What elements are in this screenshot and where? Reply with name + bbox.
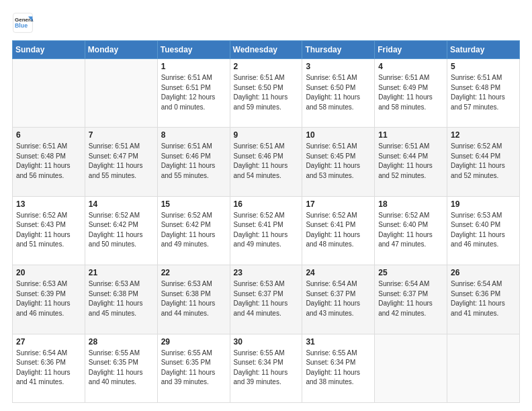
calendar-table: SundayMondayTuesdayWednesdayThursdayFrid… — [12, 40, 520, 403]
calendar-cell: 24Sunrise: 6:54 AMSunset: 6:37 PMDayligh… — [302, 265, 375, 334]
calendar-cell: 5Sunrise: 6:51 AMSunset: 6:48 PMDaylight… — [447, 59, 520, 128]
day-info: Sunrise: 6:51 AMSunset: 6:47 PMDaylight:… — [89, 142, 154, 181]
day-number: 14 — [89, 199, 154, 209]
logo: General Blue — [12, 12, 34, 34]
page: General Blue SundayMondayTuesdayWednesda… — [0, 0, 532, 411]
week-row-2: 6Sunrise: 6:51 AMSunset: 6:48 PMDaylight… — [13, 128, 520, 196]
day-info: Sunrise: 6:53 AMSunset: 6:38 PMDaylight:… — [89, 279, 154, 318]
day-number: 28 — [89, 337, 154, 347]
week-row-3: 13Sunrise: 6:52 AMSunset: 6:43 PMDayligh… — [13, 196, 520, 265]
day-number: 19 — [451, 199, 516, 209]
weekday-header-saturday: Saturday — [447, 41, 520, 59]
weekday-header-thursday: Thursday — [302, 41, 375, 59]
day-info: Sunrise: 6:51 AMSunset: 6:44 PMDaylight:… — [378, 142, 443, 181]
day-number: 29 — [161, 337, 226, 347]
day-number: 7 — [89, 130, 154, 140]
day-info: Sunrise: 6:51 AMSunset: 6:51 PMDaylight:… — [161, 73, 226, 112]
calendar-cell: 4Sunrise: 6:51 AMSunset: 6:49 PMDaylight… — [375, 59, 447, 128]
calendar-cell: 13Sunrise: 6:52 AMSunset: 6:43 PMDayligh… — [13, 196, 85, 265]
day-info: Sunrise: 6:52 AMSunset: 6:41 PMDaylight:… — [234, 211, 299, 250]
day-info: Sunrise: 6:53 AMSunset: 6:40 PMDaylight:… — [451, 211, 516, 250]
calendar-cell: 30Sunrise: 6:55 AMSunset: 6:34 PMDayligh… — [230, 334, 302, 402]
day-info: Sunrise: 6:51 AMSunset: 6:46 PMDaylight:… — [161, 142, 226, 181]
calendar-cell: 31Sunrise: 6:55 AMSunset: 6:34 PMDayligh… — [302, 334, 375, 402]
weekday-header-row: SundayMondayTuesdayWednesdayThursdayFrid… — [13, 41, 520, 59]
calendar-cell: 12Sunrise: 6:52 AMSunset: 6:44 PMDayligh… — [447, 128, 520, 196]
calendar-cell: 21Sunrise: 6:53 AMSunset: 6:38 PMDayligh… — [85, 265, 157, 334]
weekday-header-tuesday: Tuesday — [157, 41, 230, 59]
day-info: Sunrise: 6:53 AMSunset: 6:39 PMDaylight:… — [16, 279, 81, 318]
day-info: Sunrise: 6:53 AMSunset: 6:37 PMDaylight:… — [234, 279, 299, 318]
calendar-cell: 14Sunrise: 6:52 AMSunset: 6:42 PMDayligh… — [85, 196, 157, 265]
day-number: 3 — [306, 62, 371, 71]
day-info: Sunrise: 6:51 AMSunset: 6:45 PMDaylight:… — [306, 142, 371, 181]
day-number: 13 — [16, 199, 81, 209]
calendar-cell: 9Sunrise: 6:51 AMSunset: 6:46 PMDaylight… — [230, 128, 302, 196]
day-info: Sunrise: 6:52 AMSunset: 6:43 PMDaylight:… — [16, 211, 81, 250]
day-info: Sunrise: 6:52 AMSunset: 6:44 PMDaylight:… — [451, 142, 516, 181]
weekday-header-friday: Friday — [375, 41, 447, 59]
day-number: 31 — [306, 337, 371, 347]
calendar-cell: 17Sunrise: 6:52 AMSunset: 6:41 PMDayligh… — [302, 196, 375, 265]
day-info: Sunrise: 6:52 AMSunset: 6:40 PMDaylight:… — [378, 211, 443, 250]
day-info: Sunrise: 6:52 AMSunset: 6:42 PMDaylight:… — [89, 211, 154, 250]
day-number: 21 — [89, 268, 154, 277]
day-number: 30 — [234, 337, 299, 347]
day-number: 18 — [378, 199, 443, 209]
weekday-header-sunday: Sunday — [13, 41, 85, 59]
day-number: 22 — [161, 268, 226, 277]
week-row-4: 20Sunrise: 6:53 AMSunset: 6:39 PMDayligh… — [13, 265, 520, 334]
weekday-header-wednesday: Wednesday — [230, 41, 302, 59]
calendar-cell: 3Sunrise: 6:51 AMSunset: 6:50 PMDaylight… — [302, 59, 375, 128]
calendar-cell: 16Sunrise: 6:52 AMSunset: 6:41 PMDayligh… — [230, 196, 302, 265]
day-info: Sunrise: 6:52 AMSunset: 6:41 PMDaylight:… — [306, 211, 371, 250]
day-number: 1 — [161, 62, 226, 71]
day-info: Sunrise: 6:54 AMSunset: 6:37 PMDaylight:… — [306, 279, 371, 318]
day-number: 17 — [306, 199, 371, 209]
day-info: Sunrise: 6:55 AMSunset: 6:34 PMDaylight:… — [306, 349, 371, 387]
calendar-cell: 7Sunrise: 6:51 AMSunset: 6:47 PMDaylight… — [85, 128, 157, 196]
day-number: 4 — [378, 62, 443, 71]
day-number: 12 — [451, 130, 516, 140]
calendar-cell: 10Sunrise: 6:51 AMSunset: 6:45 PMDayligh… — [302, 128, 375, 196]
day-number: 25 — [378, 268, 443, 277]
day-info: Sunrise: 6:54 AMSunset: 6:36 PMDaylight:… — [16, 349, 81, 387]
calendar-cell: 22Sunrise: 6:53 AMSunset: 6:38 PMDayligh… — [157, 265, 230, 334]
calendar-cell — [13, 59, 85, 128]
calendar-cell: 15Sunrise: 6:52 AMSunset: 6:42 PMDayligh… — [157, 196, 230, 265]
calendar-cell: 1Sunrise: 6:51 AMSunset: 6:51 PMDaylight… — [157, 59, 230, 128]
day-info: Sunrise: 6:55 AMSunset: 6:34 PMDaylight:… — [234, 349, 299, 387]
day-number: 2 — [234, 62, 299, 71]
day-info: Sunrise: 6:54 AMSunset: 6:36 PMDaylight:… — [451, 279, 516, 318]
day-info: Sunrise: 6:51 AMSunset: 6:50 PMDaylight:… — [306, 73, 371, 112]
day-info: Sunrise: 6:55 AMSunset: 6:35 PMDaylight:… — [161, 349, 226, 387]
calendar-cell — [375, 334, 447, 402]
calendar-cell — [447, 334, 520, 402]
calendar-cell: 20Sunrise: 6:53 AMSunset: 6:39 PMDayligh… — [13, 265, 85, 334]
week-row-1: 1Sunrise: 6:51 AMSunset: 6:51 PMDaylight… — [13, 59, 520, 128]
logo-icon: General Blue — [12, 12, 34, 34]
day-number: 24 — [306, 268, 371, 277]
day-number: 20 — [16, 268, 81, 277]
day-info: Sunrise: 6:51 AMSunset: 6:48 PMDaylight:… — [451, 73, 516, 112]
day-info: Sunrise: 6:51 AMSunset: 6:48 PMDaylight:… — [16, 142, 81, 181]
day-info: Sunrise: 6:51 AMSunset: 6:46 PMDaylight:… — [234, 142, 299, 181]
calendar-cell: 18Sunrise: 6:52 AMSunset: 6:40 PMDayligh… — [375, 196, 447, 265]
calendar-cell — [85, 59, 157, 128]
day-number: 23 — [234, 268, 299, 277]
day-number: 10 — [306, 130, 371, 140]
week-row-5: 27Sunrise: 6:54 AMSunset: 6:36 PMDayligh… — [13, 334, 520, 402]
calendar-cell: 26Sunrise: 6:54 AMSunset: 6:36 PMDayligh… — [447, 265, 520, 334]
day-info: Sunrise: 6:54 AMSunset: 6:37 PMDaylight:… — [378, 279, 443, 318]
day-number: 6 — [16, 130, 81, 140]
day-number: 27 — [16, 337, 81, 347]
calendar-cell: 25Sunrise: 6:54 AMSunset: 6:37 PMDayligh… — [375, 265, 447, 334]
day-info: Sunrise: 6:51 AMSunset: 6:50 PMDaylight:… — [234, 73, 299, 112]
calendar-cell: 2Sunrise: 6:51 AMSunset: 6:50 PMDaylight… — [230, 59, 302, 128]
calendar-cell: 11Sunrise: 6:51 AMSunset: 6:44 PMDayligh… — [375, 128, 447, 196]
calendar-cell: 8Sunrise: 6:51 AMSunset: 6:46 PMDaylight… — [157, 128, 230, 196]
day-number: 8 — [161, 130, 226, 140]
header: General Blue — [12, 12, 520, 34]
day-number: 16 — [234, 199, 299, 209]
weekday-header-monday: Monday — [85, 41, 157, 59]
